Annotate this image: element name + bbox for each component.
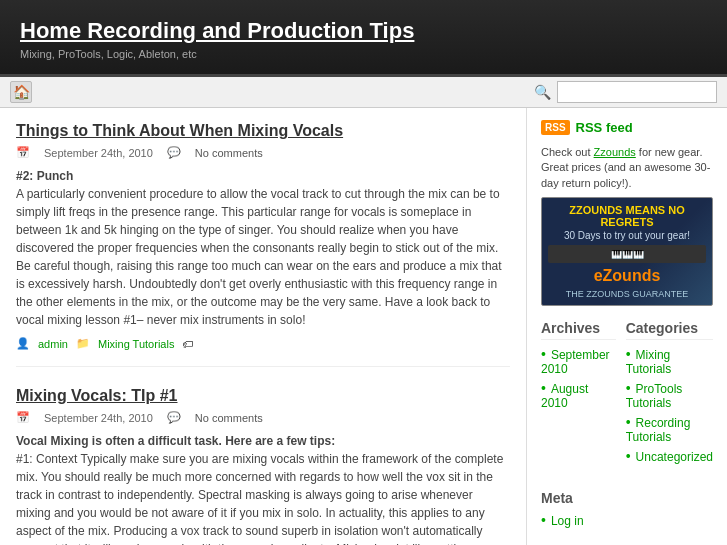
date-icon-2: 📅 [16,411,30,424]
content-wrap: Things to Think About When Mixing Vocals… [0,108,727,545]
article-1-title[interactable]: Things to Think About When Mixing Vocals [16,122,510,140]
tag-icon: 🏷 [182,338,193,350]
search-input[interactable] [557,81,717,103]
rss-icon: RSS [541,120,570,135]
date-icon: 📅 [16,146,30,159]
archives-title: Archives [541,320,616,340]
article-1-body: #2: Punch A particularly convenient proc… [16,167,510,329]
promo-text: Check out Zzounds for new gear. Great pr… [541,145,713,191]
promo-logo: eZounds [548,267,706,285]
categories-section: Categories Mixing TutorialsProTools Tuto… [626,320,713,468]
category-item: Uncategorized [626,448,713,464]
meta-section: Meta Log in [541,490,713,528]
nav-left: 🏠 [10,81,32,103]
site-header: Home Recording and Production Tips Mixin… [0,0,727,77]
article-1-author[interactable]: admin [38,338,68,350]
promo-banner-sub: 30 Days to try out your gear! [548,230,706,241]
meta-title: Meta [541,490,713,506]
article-2-date: September 24th, 2010 [44,412,153,424]
article-1-category[interactable]: Mixing Tutorials [98,338,174,350]
promo-guarantee: THE ZZOUNDS GUARANTEE [548,289,706,299]
categories-title: Categories [626,320,713,340]
rss-link[interactable]: RSS feed [576,120,633,135]
comment-icon-2: 💬 [167,411,181,424]
category-link[interactable]: Uncategorized [636,450,713,464]
article-1-meta: 📅 September 24th, 2010 💬 No comments [16,146,510,159]
article-2: Mixing Vocals: TIp #1 📅 September 24th, … [16,387,510,545]
site-title: Home Recording and Production Tips [20,18,707,44]
article-2-meta: 📅 September 24th, 2010 💬 No comments [16,411,510,424]
search-icon: 🔍 [534,84,551,100]
promo-banner-title: ZZOUNDS MEANS NO REGRETS [548,204,706,228]
archives-list: September 2010August 2010 [541,346,616,410]
article-1-highlight: #2: Punch [16,167,510,185]
archive-item: August 2010 [541,380,616,410]
article-2-title[interactable]: Mixing Vocals: TIp #1 [16,387,510,405]
category-link[interactable]: Mixing Tutorials [626,348,672,376]
main-content: Things to Think About When Mixing Vocals… [0,108,527,545]
sidebar-promo: Check out Zzounds for new gear. Great pr… [541,145,713,306]
category-item: Mixing Tutorials [626,346,713,376]
category-item: Recording Tutorials [626,414,713,444]
home-icon[interactable]: 🏠 [10,81,32,103]
promo-banner[interactable]: ZZOUNDS MEANS NO REGRETS 30 Days to try … [541,197,713,306]
navbar: 🏠 🔍 [0,77,727,108]
article-1-footer: 👤 admin 📁 Mixing Tutorials 🏷 [16,337,510,350]
user-icon: 👤 [16,337,30,350]
archives-section: Archives September 2010August 2010 [541,320,616,468]
archive-link[interactable]: August 2010 [541,382,588,410]
archive-item: September 2010 [541,346,616,376]
sidebar: RSS RSS feed Check out Zzounds for new g… [527,108,727,545]
folder-icon: 📁 [76,337,90,350]
zzounds-link[interactable]: Zzounds [594,146,636,158]
archive-link[interactable]: September 2010 [541,348,610,376]
meta-list: Log in [541,512,713,528]
promo-keyboard: 🎹🎹🎹 [548,245,706,263]
article-1: Things to Think About When Mixing Vocals… [16,122,510,367]
rss-section: RSS RSS feed [541,120,713,135]
article-2-comments[interactable]: No comments [195,412,263,424]
category-link[interactable]: Recording Tutorials [626,416,691,444]
meta-item: Log in [541,512,713,528]
article-1-comments[interactable]: No comments [195,147,263,159]
category-item: ProTools Tutorials [626,380,713,410]
categories-list: Mixing TutorialsProTools TutorialsRecord… [626,346,713,464]
archives-categories-row: Archives September 2010August 2010 Categ… [541,320,713,482]
article-2-text: #1: Context Typically make sure you are … [16,452,503,545]
article-1-date: September 24th, 2010 [44,147,153,159]
comment-icon: 💬 [167,146,181,159]
article-2-body: Vocal Mixing is often a difficult task. … [16,432,510,545]
article-1-text: A particularly convenient procedure to a… [16,187,502,327]
category-link[interactable]: ProTools Tutorials [626,382,683,410]
nav-right: 🔍 [534,81,717,103]
article-2-highlight: Vocal Mixing is often a difficult task. … [16,432,510,450]
site-subtitle: Mixing, ProTools, Logic, Ableton, etc [20,48,707,60]
meta-link[interactable]: Log in [551,514,584,528]
